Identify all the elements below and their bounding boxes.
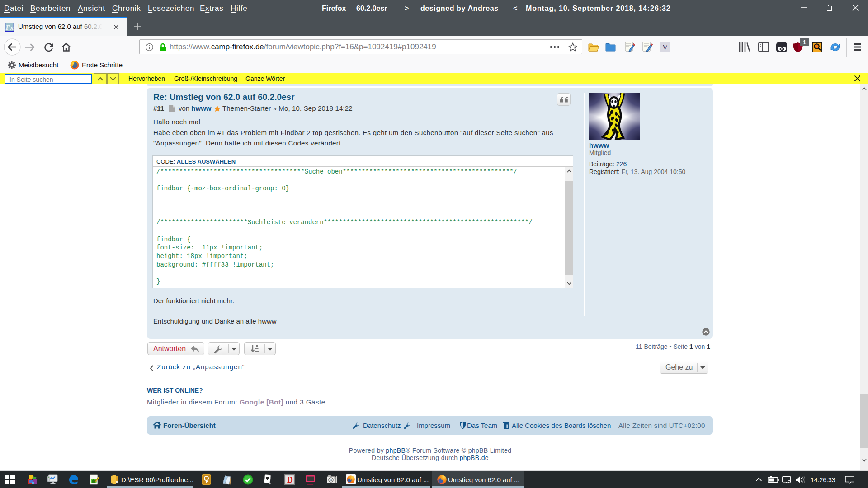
svg-text:D: D (287, 475, 293, 484)
svg-text:V: V (662, 43, 668, 52)
svg-text:Fx: Fx (5, 24, 14, 31)
